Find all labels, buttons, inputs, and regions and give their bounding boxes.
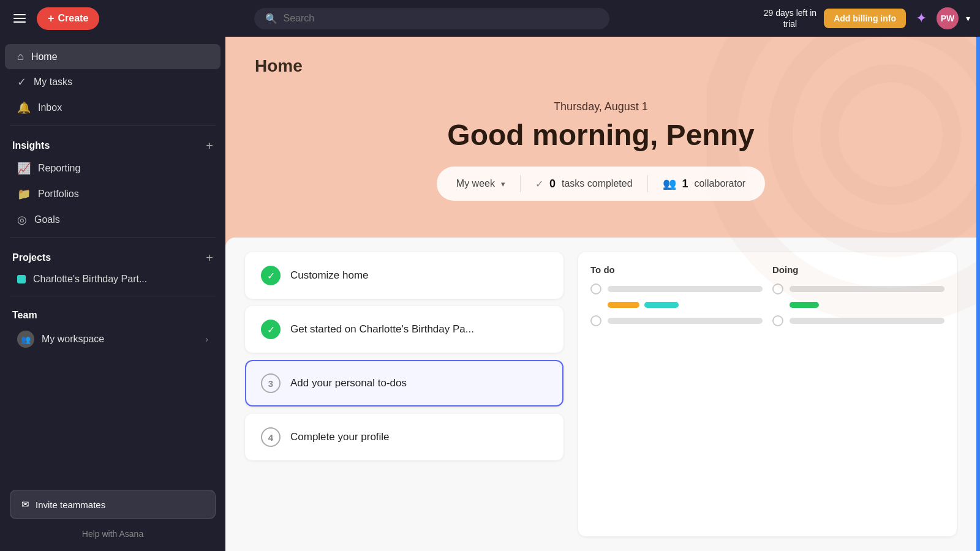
cards-area: ✓ Customize home ✓ Get started on Charlo… [225,238,976,551]
bar-chip-teal [644,302,679,308]
invite-label: Invite teammates [36,500,105,510]
my-week-selector[interactable]: My week ▾ [456,178,505,189]
check-circle-icon: ✓ [17,75,26,89]
folder-icon: 📁 [17,187,31,201]
insights-section-label: Insights [12,140,50,151]
stats-divider-2 [647,175,648,192]
board-doing-title: Doing [772,264,944,275]
greeting-text: Good morning, Penny [255,118,947,152]
ai-icon-button[interactable]: ✦ [913,8,929,29]
board-circle-1 [590,283,601,294]
goals-icon: ◎ [17,213,27,227]
board-doing-row-1 [772,283,944,294]
add-billing-button[interactable]: Add billing info [824,9,906,28]
sidebar-goals-label: Goals [34,214,60,225]
greeting-date: Thursday, August 1 [255,100,947,113]
workspace-chevron-icon: › [205,334,208,344]
project-dot-icon [17,275,26,283]
avatar-button[interactable]: PW [937,7,959,29]
tasks-completed-stat: ✓ 0 tasks completed [535,178,633,190]
main-content: Home Thursday, August 1 Good morning, Pe… [225,37,976,551]
envelope-icon: ✉ [21,499,29,510]
right-accent-strip [976,37,980,551]
sidebar-item-my-workspace[interactable]: 👥 My workspace › [5,324,221,354]
task-card-3[interactable]: 3 Add your personal to-dos [245,360,564,407]
topbar: + Create 🔍 29 days left in trial Add bil… [0,0,980,37]
invite-teammates-button[interactable]: ✉ Invite teammates [10,490,216,519]
tasks-check-icon: ✓ [535,178,543,190]
sidebar-item-my-tasks[interactable]: ✓ My tasks [5,69,221,95]
collaborators-icon: 👥 [663,177,676,190]
create-label: Create [58,13,89,24]
task-card-2[interactable]: ✓ Get started on Charlotte's Birthday Pa… [245,306,564,353]
sidebar-portfolios-label: Portfolios [38,189,79,200]
bell-icon: 🔔 [17,101,31,114]
sidebar: ⌂ Home ✓ My tasks 🔔 Inbox Insights + 📈 R… [0,37,225,551]
task-card-4[interactable]: 4 Complete your profile [245,414,564,460]
stats-bar: My week ▾ ✓ 0 tasks completed 👥 1 collab… [437,167,765,201]
board-circle-3 [772,283,783,294]
sidebar-reporting-label: Reporting [38,163,80,174]
search-bar[interactable]: 🔍 [254,8,609,29]
tasks-completed-label: tasks completed [562,178,633,189]
sidebar-divider-2 [10,238,216,238]
account-chevron-button[interactable]: ▾ [966,13,970,23]
my-week-chevron-icon: ▾ [501,179,505,189]
bar-chip-green [790,302,819,308]
board-columns: To do [590,264,944,524]
task-num-4: 4 [261,427,281,447]
sidebar-item-home[interactable]: ⌂ Home [5,44,221,69]
sidebar-item-inbox[interactable]: 🔔 Inbox [5,95,221,121]
sidebar-home-label: Home [31,51,58,62]
board-task-line-1 [608,286,763,292]
stats-divider-1 [520,175,521,192]
collaborator-count: 1 [682,178,688,190]
board-task-line-4 [790,318,944,324]
workspace-icon: 👥 [17,331,34,348]
your-work-text: Your work, your way. Organize tasks in l… [590,534,944,536]
board-task-line-2 [608,318,763,324]
plus-icon: + [48,12,55,25]
sidebar-my-tasks-label: My tasks [34,77,72,88]
insights-add-button[interactable]: + [206,140,213,152]
bar-chip-orange [608,302,639,308]
layout: ⌂ Home ✓ My tasks 🔔 Inbox Insights + 📈 R… [0,37,980,551]
greeting-section: Thursday, August 1 Good morning, Penny M… [225,91,976,238]
help-text: Help with Asana [0,524,225,544]
board-bar-row-2 [790,302,944,308]
page-title: Home [255,56,303,75]
board-task-line-3 [790,286,944,292]
task-card-1[interactable]: ✓ Customize home [245,252,564,299]
home-icon: ⌂ [17,50,24,63]
tasks-column: ✓ Customize home ✓ Get started on Charlo… [245,252,564,536]
sidebar-projects-section: Projects + [0,243,225,268]
tasks-completed-count: 0 [549,178,556,190]
home-header: Home [225,37,976,91]
sidebar-inbox-label: Inbox [38,102,62,113]
task-label-3: Add your personal to-dos [290,377,407,389]
sidebar-item-reporting[interactable]: 📈 Reporting [5,156,221,181]
projects-add-button[interactable]: + [206,252,213,264]
create-button[interactable]: + Create [37,7,99,30]
search-input[interactable] [284,13,598,24]
board-todo-row-2 [590,315,763,326]
sidebar-item-goals[interactable]: ◎ Goals [5,207,221,233]
board-circle-2 [590,315,601,326]
board-todo-col: To do [590,264,763,524]
board-doing-row-2 [772,315,944,326]
sidebar-insights-section: Insights + [0,131,225,156]
collaborator-label: collaborator [695,178,746,189]
task-num-3: 3 [261,373,281,393]
task-label-1: Customize home [290,269,369,282]
hamburger-button[interactable] [10,10,29,26]
sidebar-item-project-charlotte[interactable]: Charlotte's Birthday Part... [5,268,221,291]
search-icon: 🔍 [265,13,277,24]
board-doing-col: Doing [772,264,944,524]
board-todo-row-1 [590,283,763,294]
board-bar-row-1 [608,302,763,308]
sidebar-item-portfolios[interactable]: 📁 Portfolios [5,181,221,207]
sidebar-divider-1 [10,126,216,126]
my-week-label: My week [456,178,495,189]
trial-text: 29 days left in trial [764,7,816,29]
sidebar-divider-3 [10,296,216,296]
